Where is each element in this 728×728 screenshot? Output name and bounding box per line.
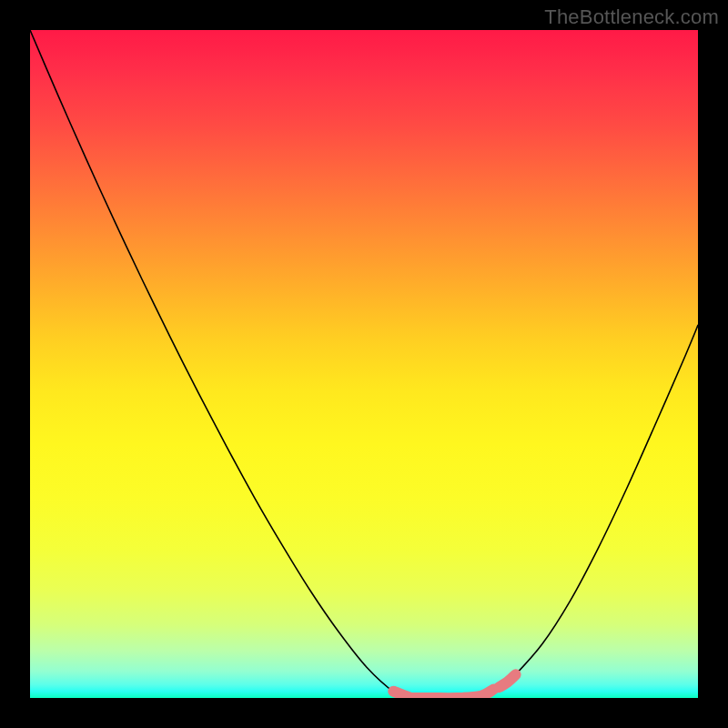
- chart-container: TheBottleneck.com: [0, 0, 728, 728]
- watermark-text: TheBottleneck.com: [544, 5, 719, 29]
- highlight-layer: [30, 30, 698, 698]
- highlight-segment: [499, 674, 515, 687]
- plot-area: [30, 30, 698, 698]
- highlight-segment: [408, 689, 494, 698]
